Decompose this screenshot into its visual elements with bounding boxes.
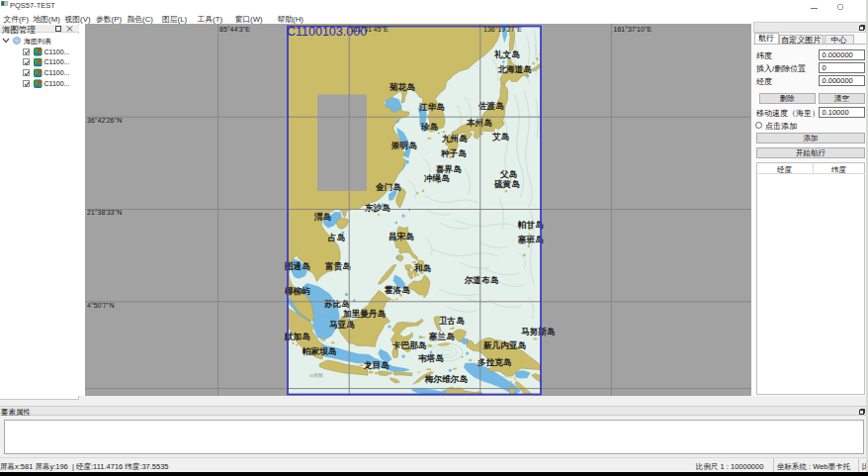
svg-text:本州岛: 本州岛 bbox=[466, 118, 492, 128]
svg-text:礼文岛: 礼文岛 bbox=[493, 49, 520, 59]
svg-text:卡巴那岛: 卡巴那岛 bbox=[391, 340, 427, 350]
svg-text:马努斯岛: 马努斯岛 bbox=[521, 327, 556, 336]
svg-text:韦塔岛: 韦塔岛 bbox=[418, 353, 444, 363]
svg-text:加里曼丹岛: 加里曼丹岛 bbox=[342, 309, 386, 319]
svg-text:霍洛岛: 霍洛岛 bbox=[384, 285, 410, 295]
svg-text:尔道布岛: 尔道布岛 bbox=[464, 275, 499, 285]
svg-text:东沙岛: 东沙岛 bbox=[364, 203, 391, 213]
svg-text:崇明岛: 崇明岛 bbox=[391, 141, 417, 150]
svg-text:马亚岛: 马亚岛 bbox=[329, 320, 355, 330]
svg-text:冲绳岛: 冲绳岛 bbox=[424, 173, 450, 183]
svg-text:金门岛: 金门岛 bbox=[375, 182, 401, 192]
svg-text:江华岛: 江华岛 bbox=[418, 102, 445, 112]
svg-text:C1100103.000: C1100103.000 bbox=[287, 25, 367, 39]
svg-text:佐渡岛: 佐渡岛 bbox=[477, 101, 504, 111]
svg-text:占岛: 占岛 bbox=[328, 233, 346, 242]
svg-text:渭岛: 渭岛 bbox=[313, 212, 332, 222]
svg-text:富贵岛: 富贵岛 bbox=[325, 261, 351, 271]
svg-text:帕家坝岛: 帕家坝岛 bbox=[303, 346, 337, 356]
svg-text:昌宋岛: 昌宋岛 bbox=[389, 232, 414, 241]
svg-text:85°44'3''E: 85°44'3''E bbox=[219, 26, 250, 33]
svg-text:4°50'7''N: 4°50'7''N bbox=[87, 302, 114, 309]
svg-text:龙目岛: 龙目岛 bbox=[363, 360, 390, 370]
svg-text:种子岛: 种子岛 bbox=[440, 148, 467, 158]
svg-text:出图网: 出图网 bbox=[309, 372, 323, 378]
svg-text:菊花岛: 菊花岛 bbox=[389, 82, 415, 92]
svg-text:和岛: 和岛 bbox=[413, 263, 432, 273]
svg-text:父岛: 父岛 bbox=[499, 169, 518, 179]
svg-text:图通岛: 图通岛 bbox=[285, 261, 310, 271]
svg-text:梅尔维尔岛: 梅尔维尔岛 bbox=[424, 374, 468, 384]
svg-text:硫黄岛: 硫黄岛 bbox=[493, 179, 520, 189]
svg-text:艾岛: 艾岛 bbox=[491, 132, 510, 142]
svg-text:苏比岛: 苏比岛 bbox=[323, 299, 350, 309]
svg-text:多拉克岛: 多拉克岛 bbox=[477, 357, 512, 367]
svg-text:161°37'10''E: 161°37'10''E bbox=[614, 26, 652, 33]
svg-text:136°19'27''E: 136°19'27''E bbox=[483, 26, 522, 33]
svg-text:喜界岛: 喜界岛 bbox=[435, 164, 462, 174]
svg-text:珍岛: 珍岛 bbox=[420, 122, 439, 132]
svg-text:九州岛: 九州岛 bbox=[441, 134, 468, 143]
svg-text:塞兰岛: 塞兰岛 bbox=[428, 332, 455, 341]
svg-text:北海道岛: 北海道岛 bbox=[497, 64, 533, 74]
svg-text:卫古岛: 卫古岛 bbox=[438, 316, 465, 326]
svg-text:新几内亚岛: 新几内亚岛 bbox=[482, 340, 526, 350]
svg-text:21°38'33''N: 21°38'33''N bbox=[87, 209, 122, 216]
svg-text:36°42'26''N: 36°42'26''N bbox=[87, 117, 122, 124]
